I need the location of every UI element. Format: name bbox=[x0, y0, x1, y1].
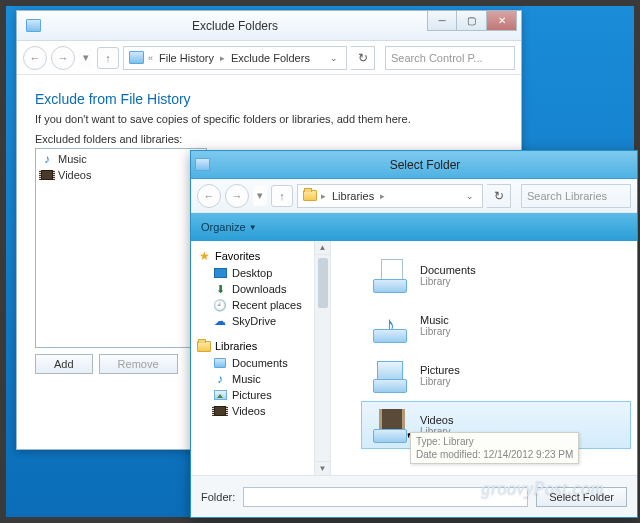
nav-toolbar: ← → ▾ ↑ ▸ Libraries ▸ ⌄ ↻ Search Librari… bbox=[191, 179, 637, 213]
chevron-icon: ▸ bbox=[219, 53, 226, 63]
close-button[interactable]: ✕ bbox=[487, 11, 517, 31]
scrollbar[interactable]: ▲ ▼ bbox=[314, 241, 330, 475]
list-item[interactable]: ♪ Music bbox=[38, 151, 204, 167]
refresh-button[interactable]: ↻ bbox=[351, 46, 375, 70]
breadcrumb[interactable]: ▸ Libraries ▸ ⌄ bbox=[297, 184, 483, 208]
sidebar-item-skydrive[interactable]: ☁SkyDrive bbox=[197, 313, 326, 329]
window-title: Select Folder bbox=[213, 158, 637, 172]
excluded-listbox[interactable]: ♪ Music Videos bbox=[35, 148, 207, 348]
scroll-down-icon[interactable]: ▼ bbox=[315, 461, 330, 475]
list-item-label: Music bbox=[58, 153, 87, 165]
library-item-documents[interactable]: DocumentsLibrary bbox=[361, 251, 631, 299]
video-icon bbox=[368, 406, 410, 444]
window-title: Exclude Folders bbox=[43, 19, 427, 33]
tooltip: Type: Library Date modified: 12/14/2012 … bbox=[410, 432, 579, 464]
forward-button[interactable]: → bbox=[225, 184, 249, 208]
documents-icon bbox=[213, 356, 227, 370]
video-icon bbox=[40, 168, 54, 182]
sidebar-item-recent[interactable]: 🕘Recent places bbox=[197, 297, 326, 313]
documents-icon bbox=[368, 256, 410, 294]
desktop-icon bbox=[213, 266, 227, 280]
video-icon bbox=[213, 404, 227, 418]
page-heading: Exclude from File History bbox=[35, 91, 503, 107]
folder-icon bbox=[303, 190, 317, 201]
list-item[interactable]: Videos bbox=[38, 167, 204, 183]
library-item-videos[interactable]: VideosLibrary ↖ Type: Library Date modif… bbox=[361, 401, 631, 449]
items-view: DocumentsLibrary ♪ MusicLibrary Pictures… bbox=[331, 241, 637, 475]
remove-button[interactable]: Remove bbox=[99, 354, 178, 374]
sidebar-item-documents[interactable]: Documents bbox=[197, 355, 326, 371]
dialog-footer: Folder: Select Folder bbox=[191, 475, 637, 517]
crumb-dropdown-icon[interactable]: ⌄ bbox=[324, 53, 344, 63]
back-button[interactable]: ← bbox=[23, 46, 47, 70]
forward-button[interactable]: → bbox=[51, 46, 75, 70]
downloads-icon: ⬇ bbox=[213, 282, 227, 296]
maximize-button[interactable]: ▢ bbox=[457, 11, 487, 31]
crumb-dropdown-icon[interactable]: ⌄ bbox=[460, 191, 480, 201]
pictures-icon bbox=[213, 388, 227, 402]
sidebar-item-downloads[interactable]: ⬇Downloads bbox=[197, 281, 326, 297]
back-button[interactable]: ← bbox=[197, 184, 221, 208]
organize-menu[interactable]: Organize ▼ bbox=[201, 221, 257, 233]
recent-dropdown[interactable]: ▾ bbox=[253, 186, 267, 206]
crumb-exclude-folders[interactable]: Exclude Folders bbox=[226, 50, 315, 66]
window-icon bbox=[191, 158, 213, 171]
path-root-icon bbox=[129, 51, 144, 64]
music-icon: ♪ bbox=[213, 372, 227, 386]
select-folder-button[interactable]: Select Folder bbox=[536, 487, 627, 507]
refresh-button[interactable]: ↻ bbox=[487, 184, 511, 208]
command-bar: Organize ▼ bbox=[191, 213, 637, 241]
search-input[interactable]: Search Control P... bbox=[385, 46, 515, 70]
breadcrumb[interactable]: « File History ▸ Exclude Folders ⌄ bbox=[123, 46, 347, 70]
music-icon: ♪ bbox=[368, 306, 410, 344]
up-button[interactable]: ↑ bbox=[271, 185, 293, 207]
page-subtitle: If you don't want to save copies of spec… bbox=[35, 113, 503, 125]
up-button[interactable]: ↑ bbox=[97, 47, 119, 69]
libraries-icon bbox=[197, 339, 211, 353]
titlebar: Exclude Folders ─ ▢ ✕ bbox=[17, 11, 521, 41]
cloud-icon: ☁ bbox=[213, 314, 227, 328]
folder-label: Folder: bbox=[201, 491, 235, 503]
sidebar-item-pictures[interactable]: Pictures bbox=[197, 387, 326, 403]
recent-dropdown[interactable]: ▾ bbox=[79, 48, 93, 68]
sidebar-group-libraries[interactable]: Libraries bbox=[197, 337, 326, 355]
sidebar-group-favorites[interactable]: ★ Favorites bbox=[197, 247, 326, 265]
list-label: Excluded folders and libraries: bbox=[35, 133, 503, 145]
titlebar: Select Folder bbox=[191, 151, 637, 179]
sidebar-item-music[interactable]: ♪Music bbox=[197, 371, 326, 387]
folder-name-input[interactable] bbox=[243, 487, 528, 507]
chevron-icon: ▸ bbox=[379, 191, 386, 201]
chevron-icon: ▸ bbox=[320, 191, 327, 201]
select-folder-dialog: Select Folder ← → ▾ ↑ ▸ Libraries ▸ ⌄ ↻ … bbox=[190, 150, 638, 518]
scroll-thumb[interactable] bbox=[318, 258, 328, 308]
crumb-libraries[interactable]: Libraries bbox=[327, 188, 379, 204]
pictures-icon bbox=[368, 356, 410, 394]
music-icon: ♪ bbox=[40, 152, 54, 166]
desktop: Exclude Folders ─ ▢ ✕ ← → ▾ ↑ « File His… bbox=[6, 6, 634, 517]
chevron-down-icon: ▼ bbox=[249, 223, 257, 232]
crumb-file-history[interactable]: File History bbox=[154, 50, 219, 66]
nav-toolbar: ← → ▾ ↑ « File History ▸ Exclude Folders… bbox=[17, 41, 521, 75]
nav-pane: ★ Favorites Desktop ⬇Downloads 🕘Recent p… bbox=[191, 241, 331, 475]
star-icon: ★ bbox=[197, 249, 211, 263]
library-item-pictures[interactable]: PicturesLibrary bbox=[361, 351, 631, 399]
sidebar-item-desktop[interactable]: Desktop bbox=[197, 265, 326, 281]
sidebar-item-videos[interactable]: Videos bbox=[197, 403, 326, 419]
search-input[interactable]: Search Libraries bbox=[521, 184, 631, 208]
scroll-up-icon[interactable]: ▲ bbox=[315, 241, 330, 255]
minimize-button[interactable]: ─ bbox=[427, 11, 457, 31]
library-item-music[interactable]: ♪ MusicLibrary bbox=[361, 301, 631, 349]
add-button[interactable]: Add bbox=[35, 354, 93, 374]
clock-icon: 🕘 bbox=[213, 298, 227, 312]
list-item-label: Videos bbox=[58, 169, 91, 181]
chevron-icon: « bbox=[147, 53, 154, 63]
window-icon bbox=[23, 19, 43, 32]
